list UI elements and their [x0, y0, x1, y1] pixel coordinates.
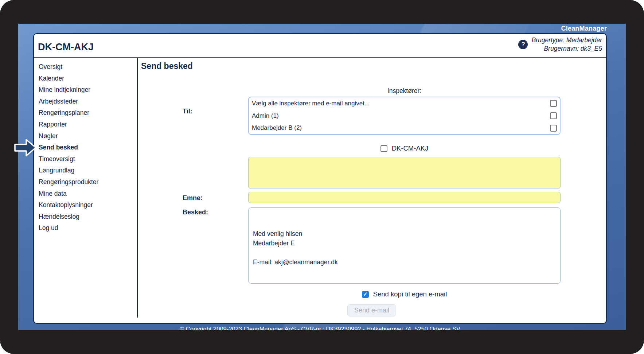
extra-recipient-row: DK-CM-AKJ	[248, 144, 561, 152]
select-all-suffix: ...	[364, 100, 370, 107]
content-card: DK-CM-AKJ ? Brugertype: Medarbejder Brug…	[33, 33, 607, 324]
sidebar-item-nogler[interactable]: Nøgler	[39, 131, 137, 142]
dk-cm-akj-label: DK-CM-AKJ	[392, 144, 429, 152]
page-background: CleanManager DK-CM-AKJ ? Brugertype: Med…	[18, 24, 626, 330]
sidebar-item-rapporter[interactable]: Rapporter	[39, 119, 137, 131]
subject-label: Emne:	[183, 194, 203, 202]
select-all-text: Vælg alle inspektører med e-mail angivet…	[252, 100, 550, 107]
to-label: Til:	[183, 108, 192, 115]
inspectors-list: Vælg alle inspektører med e-mail angivet…	[248, 97, 561, 135]
send-email-button[interactable]: Send e-mail	[347, 304, 396, 316]
sidebar-item-mine-indtjekninger[interactable]: Mine indtjekninger	[39, 84, 137, 96]
sidebar-item-log-ud[interactable]: Log ud	[39, 222, 137, 234]
admin-checkbox[interactable]	[550, 112, 557, 119]
inspectors-group-label: Inspektører:	[248, 87, 561, 95]
sidebar-item-haendelseslog[interactable]: Hændelseslog	[39, 211, 137, 223]
checkmark-icon: ✓	[363, 291, 368, 297]
user-type: Brugertype: Medarbejder	[531, 36, 602, 44]
send-copy-label: Send kopi til egen e-mail	[373, 290, 447, 298]
user-info-block: ? Brugertype: Medarbejder Brugernavn: dk…	[518, 36, 602, 53]
message-label: Besked:	[183, 209, 208, 216]
sidebar-item-rengoringsprodukter[interactable]: Rengøringsprodukter	[39, 176, 137, 188]
sidebar-item-kontaktoplysninger[interactable]: Kontaktoplysninger	[39, 199, 137, 211]
admin-label: Admin (1)	[252, 112, 550, 120]
page-title: DK-CM-AKJ	[38, 42, 94, 53]
device-frame: CleanManager DK-CM-AKJ ? Brugertype: Med…	[0, 0, 644, 354]
dk-cm-akj-checkbox[interactable]	[380, 145, 387, 152]
medarbejder-b-label: Medarbejder B (2)	[252, 124, 550, 132]
sidebar-item-kalender[interactable]: Kalender	[39, 73, 137, 85]
sidebar-nav: Oversigt Kalender Mine indtjekninger Arb…	[34, 58, 138, 318]
list-item-medarbejder-b[interactable]: Medarbejder B (2)	[249, 122, 560, 134]
main-content: Send besked Inspektører: Til: Vælg alle …	[138, 58, 606, 323]
help-icon[interactable]: ?	[518, 40, 528, 49]
user-lines: Brugertype: Medarbejder Brugernavn: dk3_…	[531, 36, 602, 53]
medarbejder-b-checkbox[interactable]	[550, 125, 557, 132]
list-item-admin[interactable]: Admin (1)	[249, 110, 560, 122]
subject-input[interactable]	[248, 192, 561, 203]
recipients-area[interactable]	[248, 157, 561, 188]
sidebar-item-oversigt[interactable]: Oversigt	[39, 61, 137, 73]
sidebar-item-mine-data[interactable]: Mine data	[39, 188, 137, 200]
email-angivet-link[interactable]: e-mail angivet	[326, 100, 364, 107]
sidebar-item-timeoversigt[interactable]: Timeoversigt	[39, 153, 137, 165]
sidebar-item-send-besked[interactable]: Send besked	[39, 142, 137, 153]
message-textarea[interactable]: Med venlig hilsen Medarbejder E E-mail: …	[248, 207, 561, 284]
card-header: DK-CM-AKJ ? Brugertype: Medarbejder Brug…	[34, 34, 606, 58]
copyright-footer: © Copyright 2009-2023 CleanManager ApS -…	[33, 326, 607, 330]
sidebar-item-arbejdssteder[interactable]: Arbejdssteder	[39, 96, 137, 108]
send-copy-checkbox[interactable]: ✓	[362, 291, 369, 298]
cleanmanager-logo: CleanManager	[561, 25, 607, 32]
sidebar-item-longrundlag[interactable]: Løngrundlag	[39, 165, 137, 176]
select-all-checkbox[interactable]	[550, 100, 557, 107]
list-item-select-all[interactable]: Vælg alle inspektører med e-mail angivet…	[249, 97, 560, 110]
main-heading: Send besked	[141, 61, 193, 71]
send-copy-row: ✓ Send kopi til egen e-mail	[248, 290, 561, 298]
active-item-arrow-icon	[14, 138, 37, 157]
user-name: Brugernavn: dk3_E5	[531, 44, 602, 53]
select-all-prefix: Vælg alle inspektører med	[252, 100, 326, 107]
sidebar-item-rengoringsplaner[interactable]: Rengøringsplaner	[39, 107, 137, 119]
